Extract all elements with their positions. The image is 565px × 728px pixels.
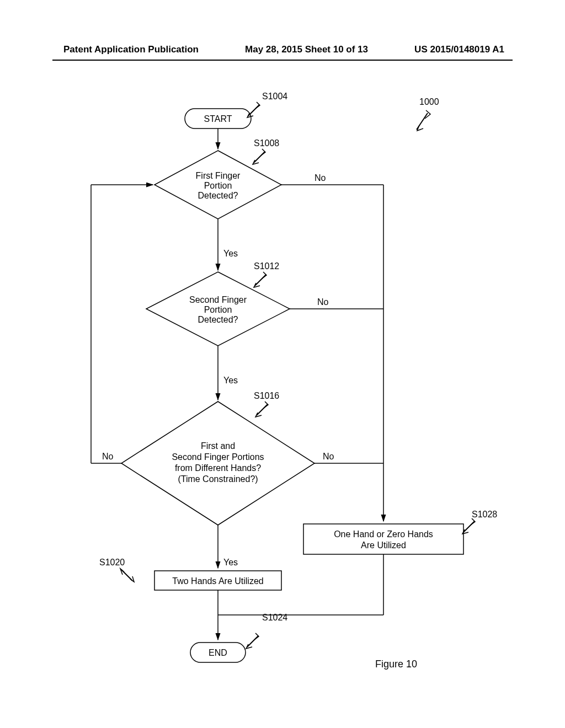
start-label: START <box>204 114 232 124</box>
header-publication: Patent Application Publication <box>63 44 199 55</box>
d1-line2: Portion <box>204 181 232 190</box>
d3-line4: (Time Constrained?) <box>178 474 258 484</box>
flowchart-diagram: 1000 START S1004 First Finger Portion De… <box>0 85 565 703</box>
ref-s1024: S1024 <box>262 613 287 622</box>
d1-no: No <box>315 173 326 183</box>
ref-s1028: S1028 <box>472 510 497 519</box>
box1-text: Two Hands Are Utilized <box>172 576 263 586</box>
ref-s1012: S1012 <box>254 261 279 271</box>
figure-caption: Figure 10 <box>375 659 417 670</box>
ref-s1008: S1008 <box>254 138 279 148</box>
d1-yes: Yes <box>223 249 238 258</box>
d3-line2: Second Finger Portions <box>172 452 264 462</box>
ref-s1020: S1020 <box>99 558 125 567</box>
d2-line1: Second Finger <box>189 295 247 304</box>
d1-line1: First Finger <box>196 171 241 180</box>
box2-line2: Are Utilized <box>361 540 406 550</box>
header-patent-number: US 2015/0148019 A1 <box>414 44 504 55</box>
d3-no-left: No <box>102 452 114 461</box>
d2-yes: Yes <box>223 376 238 385</box>
ref-s1016: S1016 <box>254 391 279 400</box>
d2-line2: Portion <box>204 305 232 314</box>
d2-line3: Detected? <box>198 315 238 324</box>
end-label: END <box>209 648 227 657</box>
ref-overall: 1000 <box>419 97 439 106</box>
d1-line3: Detected? <box>198 191 238 200</box>
d2-no: No <box>317 297 329 307</box>
d3-yes: Yes <box>223 558 238 567</box>
header-divider <box>52 60 513 61</box>
d3-no-right: No <box>323 452 334 461</box>
d3-line3: from Different Hands? <box>175 463 261 473</box>
header-date-sheet: May 28, 2015 Sheet 10 of 13 <box>245 44 368 55</box>
d3-line1: First and <box>201 441 235 451</box>
ref-s1004: S1004 <box>262 92 287 101</box>
box2-line1: One Hand or Zero Hands <box>334 529 433 539</box>
